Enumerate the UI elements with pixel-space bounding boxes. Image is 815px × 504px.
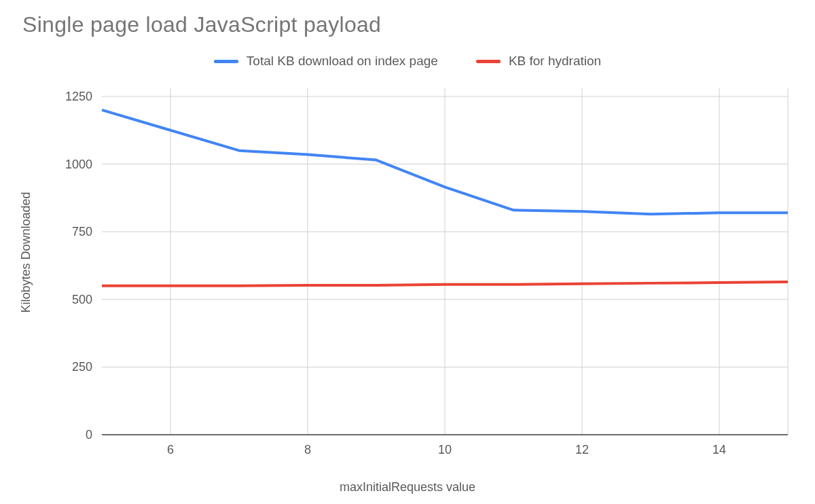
legend-swatch-0 xyxy=(214,60,238,63)
plot-area: 02505007501000125068101214 xyxy=(102,88,788,435)
x-tick-label: 6 xyxy=(167,443,174,456)
y-tick-label: 1000 xyxy=(65,158,92,171)
chart-title: Single page load JavaScript payload xyxy=(22,12,381,37)
y-tick-label: 500 xyxy=(72,293,92,306)
x-tick-label: 8 xyxy=(304,443,311,456)
legend-item-0: Total KB download on index page xyxy=(214,54,438,69)
legend-swatch-1 xyxy=(476,60,501,63)
legend: Total KB download on index page KB for h… xyxy=(0,50,815,72)
x-tick-label: 14 xyxy=(712,443,726,456)
chart-container: Single page load JavaScript payload Tota… xyxy=(0,0,815,504)
y-tick-label: 0 xyxy=(86,428,92,442)
legend-label-1: KB for hydration xyxy=(509,54,601,69)
x-axis-title: maxInitialRequests value xyxy=(0,480,815,494)
legend-label-0: Total KB download on index page xyxy=(247,54,438,69)
y-tick-label: 1250 xyxy=(65,90,92,103)
legend-item-1: KB for hydration xyxy=(476,54,601,69)
y-axis-title: Kilobytes Downloaded xyxy=(18,0,34,504)
y-tick-label: 750 xyxy=(72,225,92,238)
y-tick-label: 250 xyxy=(72,360,92,374)
x-tick-label: 10 xyxy=(438,443,452,456)
x-tick-label: 12 xyxy=(575,443,589,456)
